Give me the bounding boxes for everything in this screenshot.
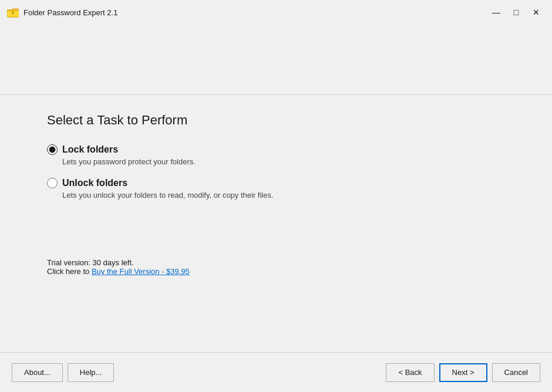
close-button[interactable]: ✕	[527, 6, 545, 19]
unlock-radio[interactable]	[47, 178, 58, 188]
radio-group: Lock folders Lets you password protect y…	[47, 144, 505, 200]
help-button[interactable]: Help...	[68, 363, 115, 382]
titlebar: Folder Password Expert 2.1 — □ ✕	[0, 0, 552, 25]
unlock-description: Lets you unlock your folders to read, mo…	[62, 191, 505, 200]
back-button[interactable]: < Back	[386, 363, 434, 382]
lock-radio[interactable]	[47, 144, 58, 155]
banner-area	[0, 25, 552, 95]
footer-left-buttons: About... Help...	[12, 363, 114, 382]
unlock-option: Unlock folders Lets you unlock your fold…	[47, 178, 505, 200]
window-title: Folder Password Expert 2.1	[23, 8, 117, 17]
footer-right-buttons: < Back Next > Cancel	[386, 363, 540, 382]
buy-link[interactable]: Buy the Full Version - $39.95	[92, 267, 190, 276]
section-title: Select a Task to Perform	[47, 113, 505, 128]
lock-label-row: Lock folders	[47, 144, 505, 155]
titlebar-controls: — □ ✕	[487, 6, 545, 19]
unlock-label-row: Unlock folders	[47, 178, 505, 188]
unlock-label[interactable]: Unlock folders	[62, 178, 127, 188]
lock-description: Lets you password protect your folders.	[62, 157, 505, 166]
titlebar-left: Folder Password Expert 2.1	[7, 6, 117, 18]
trial-line1: Trial version: 30 days left.	[47, 258, 505, 267]
next-button[interactable]: Next >	[439, 363, 487, 382]
trial-prefix: Click here to	[47, 267, 92, 276]
main-content: Select a Task to Perform Lock folders Le…	[0, 95, 552, 288]
trial-info: Trial version: 30 days left. Click here …	[47, 258, 505, 276]
minimize-button[interactable]: —	[487, 6, 505, 19]
lock-option: Lock folders Lets you password protect y…	[47, 144, 505, 166]
about-button[interactable]: About...	[12, 363, 63, 382]
folder-icon	[7, 6, 19, 18]
svg-rect-2	[12, 12, 14, 14]
cancel-button[interactable]: Cancel	[492, 363, 540, 382]
trial-line2: Click here to Buy the Full Version - $39…	[47, 267, 505, 276]
lock-label[interactable]: Lock folders	[62, 144, 118, 155]
footer: About... Help... < Back Next > Cancel	[0, 352, 552, 392]
maximize-button[interactable]: □	[507, 6, 525, 19]
